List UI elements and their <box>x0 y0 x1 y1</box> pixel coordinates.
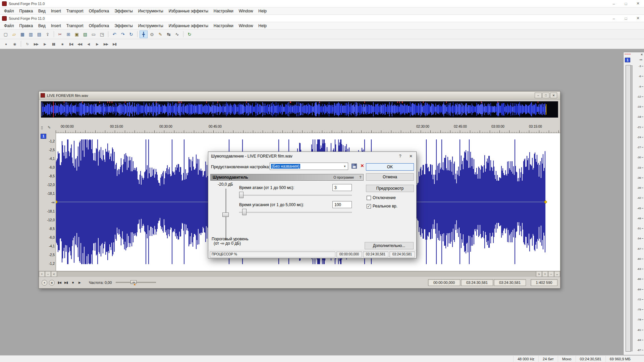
redo-icon[interactable]: ↷ <box>119 31 127 38</box>
menu-item[interactable]: Правка <box>17 9 36 13</box>
document-titlebar[interactable]: LIVE FOREVER film.wav –□✕ <box>39 92 560 100</box>
crop-icon[interactable]: ◳ <box>98 31 106 38</box>
maximize-button[interactable]: □ <box>620 15 632 22</box>
close-icon[interactable]: ✕ <box>406 152 416 161</box>
scroll-left-button[interactable]: < <box>51 271 57 277</box>
go-to-end-icon[interactable]: ▶▮ <box>110 40 119 48</box>
plugin-help-icon[interactable]: ? <box>359 176 361 179</box>
meter-titlebar[interactable]: ****** ✕ <box>624 52 644 57</box>
loop-playback-icon[interactable]: ↻ <box>23 40 32 48</box>
zoom-window-button[interactable]: ↔ <box>554 271 560 277</box>
pencil-tool-icon[interactable]: ✎ <box>156 31 164 38</box>
play-icon[interactable]: ▶ <box>41 40 49 48</box>
save-as-icon[interactable]: ▥ <box>27 31 35 38</box>
menu-item[interactable]: Эффекты <box>112 9 136 13</box>
menu-item[interactable]: Обработка <box>86 9 112 13</box>
close-button[interactable]: ✕ <box>632 15 644 22</box>
menu-item[interactable]: Insert <box>48 9 64 13</box>
trim-icon[interactable]: ▭ <box>90 31 98 38</box>
stop-icon[interactable]: ■ <box>58 40 66 48</box>
bypass-checkbox[interactable] <box>367 196 371 200</box>
dialog-titlebar[interactable]: Шумоподавление - LIVE FOREVER film.wav ?… <box>208 152 416 161</box>
menu-item[interactable]: Вид <box>36 9 48 13</box>
channel-tab[interactable]: 1 <box>41 134 46 139</box>
attack-slider-thumb[interactable] <box>239 192 244 198</box>
save-preset-icon[interactable] <box>352 164 357 169</box>
doc-restore-button[interactable]: □ <box>542 93 549 98</box>
menu-item[interactable]: Help <box>256 9 269 13</box>
envelope-tool-icon[interactable]: ∿ <box>173 31 181 38</box>
ok-button[interactable]: OK <box>366 163 414 171</box>
go-to-start-button[interactable]: ▮◀ <box>56 280 63 286</box>
preset-combobox[interactable]: (Без названия) ▼ <box>270 163 348 170</box>
close-icon[interactable]: ✕ <box>640 53 643 56</box>
menu-item[interactable]: Вид <box>36 23 48 28</box>
undo-icon[interactable]: ↶ <box>110 31 118 38</box>
open-file-icon[interactable]: ▱ <box>10 31 18 38</box>
cancel-button[interactable]: Отмена <box>366 173 414 181</box>
rebuild-peaks-icon[interactable]: ↻ <box>185 31 194 38</box>
publish-icon[interactable]: ⇪ <box>44 31 52 38</box>
help-icon[interactable]: ? <box>395 152 406 161</box>
marker-tool-icon[interactable]: ✎ <box>48 125 51 130</box>
copy-icon[interactable]: ⊞ <box>64 31 72 38</box>
attack-input[interactable]: 3 <box>332 184 352 191</box>
menu-item[interactable]: Настройки <box>211 23 236 28</box>
scrollbar-track[interactable] <box>57 271 536 277</box>
menu-item[interactable]: Window <box>236 23 256 28</box>
release-slider-thumb[interactable] <box>242 209 247 215</box>
event-tool-icon[interactable]: ↹ <box>165 31 173 38</box>
rewind-icon[interactable]: ◀ <box>84 40 93 48</box>
menu-item[interactable]: Файл <box>1 23 17 28</box>
doc-close-button[interactable]: ✕ <box>550 93 557 98</box>
minimize-button[interactable]: – <box>608 15 620 22</box>
more-button[interactable]: Дополнительно... <box>365 242 414 249</box>
zoom-in-button[interactable]: + <box>39 271 45 277</box>
zoom-out-button[interactable]: − <box>45 271 51 277</box>
menu-item[interactable]: Инструменты <box>136 9 166 13</box>
loop-playback-button[interactable]: ◉ <box>49 280 55 286</box>
menu-item[interactable]: Insert <box>48 23 64 28</box>
go-to-end-button[interactable]: ▶▮ <box>63 280 69 286</box>
forward-icon[interactable]: ▶ <box>93 40 101 48</box>
menu-item[interactable]: Обработка <box>86 23 112 28</box>
menu-item[interactable]: Файл <box>1 9 17 13</box>
menu-item[interactable]: Transport <box>64 23 86 28</box>
maximize-button[interactable]: □ <box>620 0 632 7</box>
mix-icon[interactable]: ▧ <box>81 31 89 38</box>
go-to-start-icon[interactable]: ▮◀ <box>67 40 75 48</box>
overview-bar[interactable] <box>41 101 558 118</box>
threshold-slider-thumb[interactable] <box>222 213 229 217</box>
edit-tool-icon[interactable]: ╋ <box>140 31 148 38</box>
menu-item[interactable]: Инструменты <box>136 23 166 28</box>
menu-item[interactable]: Transport <box>64 9 86 13</box>
menu-item[interactable]: Настройки <box>211 9 236 13</box>
chevron-down-icon[interactable]: ▼ <box>342 163 347 169</box>
record-button[interactable]: ● <box>42 280 47 286</box>
magnify-tool-icon[interactable]: ⊙ <box>148 31 156 38</box>
menu-item[interactable]: Help <box>256 23 269 28</box>
minimize-button[interactable]: – <box>608 0 620 7</box>
record-icon[interactable]: ● <box>2 40 10 48</box>
zoom-in-button[interactable]: + <box>542 271 548 277</box>
time-ruler[interactable]: 00:00:0000:15:0000:30:0000:45:0002:30:00… <box>56 124 560 133</box>
new-file-icon[interactable]: ▢ <box>2 31 10 38</box>
menu-item[interactable]: Избранные эффекты <box>166 23 211 28</box>
save-icon[interactable]: ▦ <box>18 31 26 38</box>
menu-item[interactable]: Window <box>236 9 256 13</box>
menu-item[interactable]: Эффекты <box>112 23 136 28</box>
close-button[interactable]: ✕ <box>632 0 644 7</box>
doc-minimize-button[interactable]: – <box>535 93 542 98</box>
preview-button[interactable]: Предпросмотр <box>366 185 414 192</box>
previous-marker-icon[interactable]: ◀◀ <box>75 40 84 48</box>
menu-item[interactable]: Избранные эффекты <box>166 9 211 13</box>
cut-icon[interactable]: ✂ <box>56 31 64 38</box>
menu-item[interactable]: Правка <box>17 23 36 28</box>
play-all-icon[interactable]: ▶▶ <box>32 40 40 48</box>
zoom-out-button[interactable]: − <box>548 271 554 277</box>
pause-icon[interactable]: ▮▮ <box>49 40 58 48</box>
stop-button[interactable]: ■ <box>69 280 76 286</box>
paste-icon[interactable]: ▣ <box>73 31 81 38</box>
scroll-right-button[interactable]: > <box>536 271 542 277</box>
loop-record-icon[interactable]: ◉ <box>10 40 19 48</box>
